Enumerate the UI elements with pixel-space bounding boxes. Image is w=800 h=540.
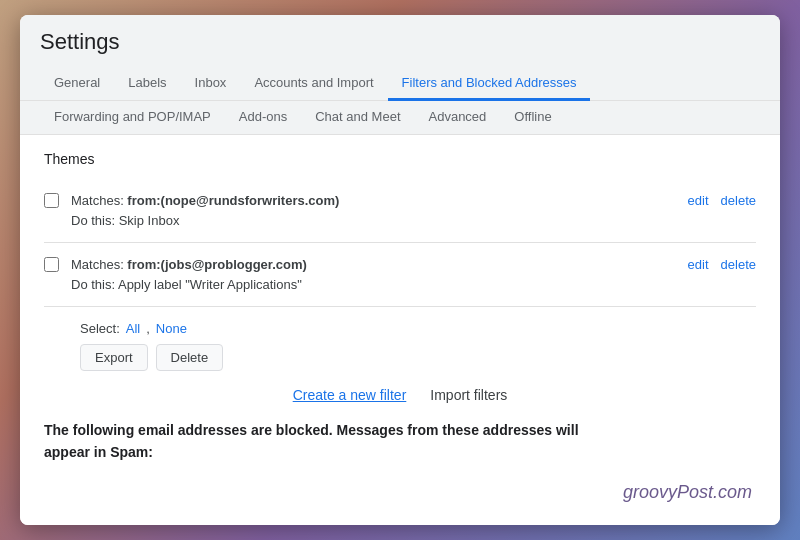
tab-filters[interactable]: Filters and Blocked Addresses bbox=[388, 67, 591, 101]
import-filters-link[interactable]: Import filters bbox=[430, 387, 507, 403]
export-button[interactable]: Export bbox=[80, 344, 148, 371]
filter-1-delete[interactable]: delete bbox=[721, 193, 756, 208]
filter-2-action: Do this: Apply label "Writer Application… bbox=[71, 275, 676, 295]
blocked-text: The following email addresses are blocke… bbox=[44, 419, 756, 464]
filter-item: Matches: from:(nope@rundsforwriters.com)… bbox=[44, 179, 756, 243]
select-none-link[interactable]: None bbox=[156, 321, 187, 336]
filter-1-edit[interactable]: edit bbox=[688, 193, 709, 208]
filter-1-actions: edit delete bbox=[688, 193, 756, 208]
filter-1-action: Do this: Skip Inbox bbox=[71, 211, 676, 231]
themes-label: Themes bbox=[44, 151, 756, 167]
filter-2-match: from:(jobs@problogger.com) bbox=[127, 257, 307, 272]
tab-labels[interactable]: Labels bbox=[114, 67, 180, 101]
create-row: Create a new filter Import filters bbox=[44, 387, 756, 403]
tab-offline[interactable]: Offline bbox=[500, 101, 565, 135]
filter-buttons: Export Delete bbox=[80, 344, 756, 371]
create-filter-link[interactable]: Create a new filter bbox=[293, 387, 407, 403]
tab-chat[interactable]: Chat and Meet bbox=[301, 101, 414, 135]
select-label: Select: bbox=[80, 321, 120, 336]
blocked-line1: The following email addresses are blocke… bbox=[44, 422, 579, 438]
page-title: Settings bbox=[40, 29, 760, 55]
tab-general[interactable]: General bbox=[40, 67, 114, 101]
tab-advanced[interactable]: Advanced bbox=[415, 101, 501, 135]
filter-1-match: from:(nope@rundsforwriters.com) bbox=[127, 193, 339, 208]
tab-inbox[interactable]: Inbox bbox=[181, 67, 241, 101]
filter-item: Matches: from:(jobs@problogger.com) Do t… bbox=[44, 243, 756, 307]
tab-forwarding[interactable]: Forwarding and POP/IMAP bbox=[40, 101, 225, 135]
delete-button[interactable]: Delete bbox=[156, 344, 224, 371]
select-row: Select: All, None bbox=[80, 321, 756, 336]
filter-2-text: Matches: from:(jobs@problogger.com) Do t… bbox=[71, 255, 676, 294]
blocked-line2: appear in Spam: bbox=[44, 444, 153, 460]
filter-2-actions: edit delete bbox=[688, 257, 756, 272]
tab-addons[interactable]: Add-ons bbox=[225, 101, 301, 135]
filter-2-delete[interactable]: delete bbox=[721, 257, 756, 272]
tab-accounts[interactable]: Accounts and Import bbox=[240, 67, 387, 101]
select-all-link[interactable]: All bbox=[126, 321, 140, 336]
filter-1-text: Matches: from:(nope@rundsforwriters.com)… bbox=[71, 191, 676, 230]
filter-2-edit[interactable]: edit bbox=[688, 257, 709, 272]
filter-2-checkbox[interactable] bbox=[44, 257, 59, 272]
filter-1-checkbox[interactable] bbox=[44, 193, 59, 208]
